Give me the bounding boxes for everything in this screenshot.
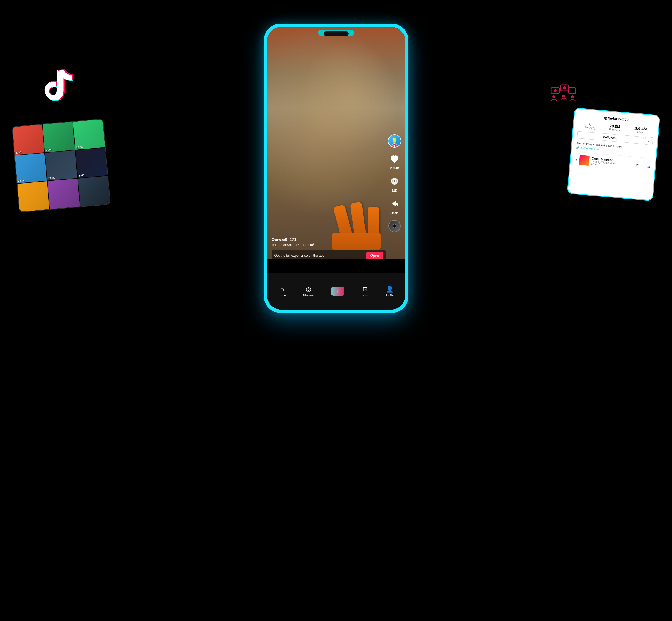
nav-plus-button[interactable]: + [331, 287, 344, 296]
like-button-item[interactable]: 713.4K [388, 153, 401, 170]
nav-inbox-label: Inbox [362, 294, 368, 297]
menu-icon[interactable]: ☰ [647, 164, 650, 169]
comment-button-item[interactable]: 11K [388, 175, 401, 192]
video-count: 21.5K [48, 176, 55, 180]
video-cell[interactable]: 21.5K [45, 150, 77, 181]
social-engagement-icon [550, 81, 578, 103]
stat-likes: 186.4M Likes [634, 126, 647, 134]
share-button-item[interactable]: 19.6K [388, 198, 401, 214]
video-cell[interactable]: 6245 [12, 124, 44, 155]
svg-point-10 [394, 180, 395, 181]
video-grid: 6245 3140 29.9K 24.5K 21.5K 3749 [12, 119, 110, 212]
video-cell[interactable]: 3749 [75, 148, 108, 178]
nav-discover[interactable]: ◎ Discover [303, 286, 314, 297]
share-count: 19.6K [390, 211, 398, 214]
share-button[interactable] [388, 198, 401, 210]
nav-profile[interactable]: 👤 Profile [386, 286, 393, 297]
video-info-overlay: Oaiwai0_171 ♫ ièn- Oaiwai0_171 nhac nề G… [271, 237, 386, 261]
comment-button[interactable] [388, 175, 401, 188]
follow-dropdown-button[interactable]: ▾ [645, 137, 653, 145]
profile-icon: 👤 [386, 286, 393, 293]
sound-info: Cruel Summer Used by 795.9K videos 00:30 [591, 157, 634, 169]
phone-frame: 💡 + 713.4K [264, 24, 409, 313]
svg-point-5 [552, 95, 555, 98]
action-buttons-panel: 💡 + 713.4K [388, 134, 401, 232]
bottom-navigation: ⌂ Home ◎ Discover + ⊡ Inbox 👤 Profile [267, 273, 405, 309]
nav-home-label: Home [278, 294, 286, 297]
music-note-icon: ♪ [575, 157, 577, 162]
video-cell[interactable]: 24.5K [15, 153, 47, 183]
phone-screen: 💡 + 713.4K [267, 27, 405, 309]
hand-visual [332, 143, 394, 247]
creator-avatar-item[interactable]: 💡 + [388, 134, 401, 148]
video-cta-text: Get the full experience on the app [275, 254, 325, 257]
svg-point-9 [392, 180, 393, 181]
video-username[interactable]: Oaiwai0_171 [271, 237, 386, 242]
video-cell[interactable]: 3140 [43, 122, 75, 153]
video-count: 3749 [79, 174, 85, 177]
video-count: 3140 [46, 148, 52, 151]
tiktok-logo [43, 67, 77, 103]
nav-discover-label: Discover [303, 294, 314, 297]
video-background [267, 27, 405, 259]
video-cell[interactable] [78, 176, 110, 207]
link-url[interactable]: taylorswift.com [580, 146, 599, 151]
profile-card: @taylorswift ✓ 0 Following 20.8M Followe… [567, 108, 660, 201]
creator-avatar[interactable]: 💡 + [388, 134, 401, 148]
equalizer-icon: ≡ [636, 163, 639, 167]
like-button[interactable] [388, 153, 401, 165]
video-count: 6245 [15, 151, 22, 154]
profile-username[interactable]: @taylorswift [604, 116, 626, 122]
stat-followers: 20.8M Followers [609, 123, 621, 131]
video-cell[interactable]: 29.9K [73, 119, 105, 150]
video-cell[interactable] [17, 181, 49, 212]
svg-point-4 [563, 86, 566, 89]
nav-profile-label: Profile [386, 294, 393, 297]
svg-point-11 [395, 180, 397, 181]
svg-point-3 [554, 89, 557, 92]
discover-icon: ◎ [306, 286, 311, 293]
open-app-button[interactable]: Open [367, 252, 383, 259]
like-count: 713.4K [389, 167, 399, 170]
phone-notch-inner [324, 32, 349, 36]
svg-point-6 [562, 94, 565, 97]
svg-point-7 [571, 95, 574, 98]
video-count: 29.9K [76, 146, 83, 149]
video-music: ♫ ièn- Oaiwai0_171 nhac nề [271, 243, 386, 247]
phone-device: 💡 + 713.4K [264, 24, 409, 313]
sound-thumbnail[interactable] [579, 155, 590, 166]
svg-rect-2 [569, 88, 576, 94]
home-icon: ⌂ [280, 286, 284, 293]
inbox-icon: ⊡ [363, 286, 368, 293]
video-grid-card: 6245 3140 29.9K 24.5K 21.5K 3749 [12, 119, 111, 212]
link-icon: 🔗 [576, 146, 581, 149]
video-count: 24.5K [18, 179, 25, 182]
follow-plus-icon[interactable]: + [392, 143, 397, 148]
music-disc-item[interactable] [388, 220, 401, 232]
video-cell[interactable] [47, 178, 80, 209]
comment-count: 11K [391, 189, 397, 192]
nav-home[interactable]: ⌂ Home [278, 286, 286, 297]
stat-following: 0 Following [585, 122, 596, 130]
followers-label: Followers [609, 128, 620, 131]
nav-inbox[interactable]: ⊡ Inbox [362, 286, 368, 297]
music-disc[interactable] [388, 220, 401, 232]
heart-icon[interactable]: ♡ [640, 163, 645, 168]
verified-badge: ✓ [626, 118, 629, 122]
plus-icon: + [336, 288, 339, 294]
video-cta-bar: Get the full experience on the app Open [271, 250, 386, 261]
following-label: Following [585, 126, 595, 130]
